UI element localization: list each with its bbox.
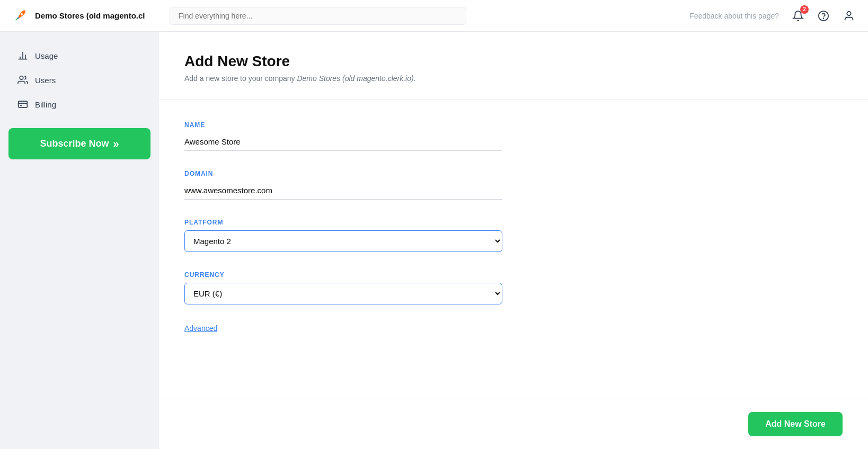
domain-label: DOMAIN <box>184 170 843 177</box>
search-input[interactable] <box>170 7 466 25</box>
svg-rect-10 <box>19 101 28 107</box>
name-label: NAME <box>184 121 843 129</box>
name-field-group: NAME <box>184 121 843 151</box>
logo-section: Demo Stores (old magento.cl <box>11 6 170 25</box>
billing-icon <box>17 98 29 110</box>
svg-point-1 <box>21 13 23 15</box>
header-right: Feedback about this page? 2 <box>689 7 857 24</box>
notifications-button[interactable]: 2 <box>790 7 807 24</box>
sidebar-item-billing[interactable]: Billing <box>8 93 150 115</box>
subscribe-now-button[interactable]: Subscribe Now » <box>8 128 150 159</box>
subtitle-company: Demo Stores (old magento.clerk.io). <box>297 74 415 83</box>
search-container[interactable] <box>170 7 466 25</box>
feedback-text: Feedback about this page? <box>689 12 779 20</box>
svg-point-4 <box>847 11 851 15</box>
add-new-store-button[interactable]: Add New Store <box>748 412 843 436</box>
sidebar-item-users[interactable]: Users <box>8 69 150 91</box>
svg-point-9 <box>20 76 23 80</box>
header-icons: 2 <box>790 7 857 24</box>
subscribe-label: Subscribe Now <box>40 138 109 149</box>
currency-label: CURRENCY <box>184 271 843 279</box>
sidebar-item-users-label: Users <box>35 76 56 85</box>
layout: Usage Users Billing <box>0 32 868 449</box>
currency-field-group: CURRENCY USD ($) EUR (€) GBP (£) DKK (kr… <box>184 271 843 304</box>
sidebar-item-usage-label: Usage <box>35 51 58 60</box>
main-content: Add New Store Add a new store to your co… <box>159 32 868 449</box>
bar-chart-icon <box>17 50 29 61</box>
platform-label: PLATFORM <box>184 219 843 226</box>
user-menu-button[interactable] <box>840 7 857 24</box>
sidebar-item-usage[interactable]: Usage <box>8 44 150 67</box>
subtitle-prefix: Add a new store to your company <box>184 74 297 83</box>
advanced-link[interactable]: Advanced <box>184 324 217 333</box>
company-name: Demo Stores (old magento.cl <box>35 11 145 20</box>
help-button[interactable] <box>815 7 832 24</box>
sidebar-item-billing-label: Billing <box>35 100 56 109</box>
domain-input[interactable] <box>184 182 502 200</box>
page-header: Add New Store Add a new store to your co… <box>159 32 868 100</box>
notification-badge: 2 <box>800 5 809 14</box>
form-body: NAME DOMAIN PLATFORM Magento 1 Magento 2… <box>159 100 868 399</box>
advanced-group: Advanced <box>184 324 843 333</box>
page-subtitle: Add a new store to your company Demo Sto… <box>184 74 843 83</box>
page-title: Add New Store <box>184 53 843 70</box>
logo-icon <box>11 6 30 25</box>
users-icon <box>17 74 29 86</box>
header: Demo Stores (old magento.cl Feedback abo… <box>0 0 868 32</box>
chevrons-icon: » <box>113 138 119 150</box>
form-footer: Add New Store <box>159 399 868 449</box>
name-input[interactable] <box>184 133 502 151</box>
platform-field-group: PLATFORM Magento 1 Magento 2 Shopify Woo… <box>184 219 843 252</box>
sidebar: Usage Users Billing <box>0 32 159 449</box>
domain-field-group: DOMAIN <box>184 170 843 200</box>
currency-select[interactable]: USD ($) EUR (€) GBP (£) DKK (kr) SEK (kr… <box>184 283 502 304</box>
platform-select[interactable]: Magento 1 Magento 2 Shopify WooCommerce … <box>184 230 502 252</box>
